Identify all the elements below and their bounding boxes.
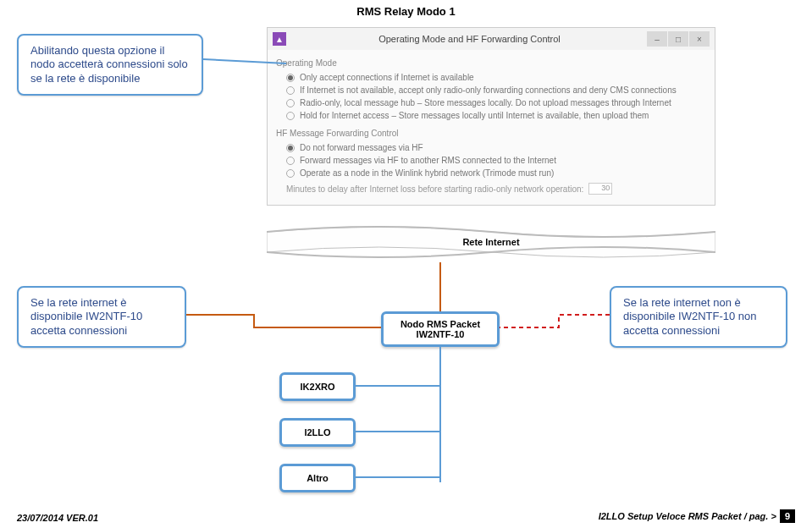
delay-label: Minutes to delay after Internet loss bef… — [286, 184, 583, 194]
operating-mode-label: Operating Mode — [276, 58, 706, 68]
callout-internet-available: Se la rete internet è disponibile IW2NTF… — [17, 286, 186, 348]
callout-enable-option: Abilitando questa opzione il nodo accett… — [17, 34, 203, 96]
node-title: Nodo RMS Packet — [390, 319, 490, 329]
radio-option[interactable]: Operate as a node in the Winlink hybrid … — [276, 167, 706, 179]
radio-icon — [286, 144, 295, 152]
radio-option[interactable]: If Internet is not available, accept onl… — [276, 84, 706, 96]
radio-icon — [286, 169, 295, 178]
footer-date-version: 23/07/2014 VER.01 — [17, 513, 98, 523]
radio-option[interactable]: Forward messages via HF to another RMS c… — [276, 154, 706, 167]
settings-window: ▲ Operating Mode and HF Forwarding Contr… — [267, 27, 715, 206]
radio-label: Do not forward messages via HF — [300, 143, 423, 152]
window-title: Operating Mode and HF Forwarding Control — [293, 34, 646, 44]
radio-icon — [286, 99, 295, 107]
footer-doc-title: I2LLO Setup Veloce RMS Packet / pag. > 9 — [599, 509, 795, 523]
radio-icon — [286, 112, 295, 120]
radio-label: Only accept connections if Internet is a… — [300, 73, 474, 82]
radio-option[interactable]: Only accept connections if Internet is a… — [276, 71, 706, 84]
window-max-button[interactable]: □ — [668, 31, 688, 47]
window-close-button[interactable]: × — [689, 31, 710, 47]
client-box: I2LLO — [279, 418, 356, 447]
radio-label: Radio-only, local message hub – Store me… — [300, 98, 671, 107]
radio-option[interactable]: Do not forward messages via HF — [276, 141, 706, 154]
radio-label: Forward messages via HF to another RMS c… — [300, 156, 556, 165]
radio-option[interactable]: Radio-only, local message hub – Store me… — [276, 96, 706, 109]
window-titlebar: ▲ Operating Mode and HF Forwarding Contr… — [268, 28, 715, 50]
delay-input[interactable]: 30 — [588, 183, 612, 195]
radio-label: Hold for Internet access – Store message… — [300, 111, 649, 120]
page-number: 9 — [780, 509, 795, 523]
node-callsign: IW2NTF-10 — [390, 329, 490, 339]
internet-banner: Rete Internet — [267, 222, 715, 262]
radio-label: If Internet is not available, accept onl… — [300, 85, 677, 95]
client-box: Altro — [279, 464, 356, 492]
delay-row: Minutes to delay after Internet loss bef… — [276, 179, 706, 196]
radio-label: Operate as a node in the Winlink hybrid … — [300, 168, 554, 178]
radio-icon — [286, 74, 295, 82]
internet-label: Rete Internet — [462, 237, 519, 247]
window-min-button[interactable]: – — [647, 31, 667, 47]
node-rms-packet: Nodo RMS Packet IW2NTF-10 — [381, 311, 500, 347]
page-title: RMS Relay Modo 1 — [356, 5, 455, 18]
callout-internet-unavailable: Se la rete internet non è disponibile IW… — [610, 286, 787, 348]
radio-icon — [286, 86, 295, 95]
client-box: IK2XRO — [279, 372, 356, 401]
footer-text: I2LLO Setup Veloce RMS Packet / pag. > — [599, 511, 776, 521]
radio-icon — [286, 157, 295, 165]
radio-option[interactable]: Hold for Internet access – Store message… — [276, 109, 706, 122]
window-app-icon: ▲ — [273, 32, 286, 46]
hf-forwarding-label: HF Message Forwarding Control — [276, 129, 706, 138]
